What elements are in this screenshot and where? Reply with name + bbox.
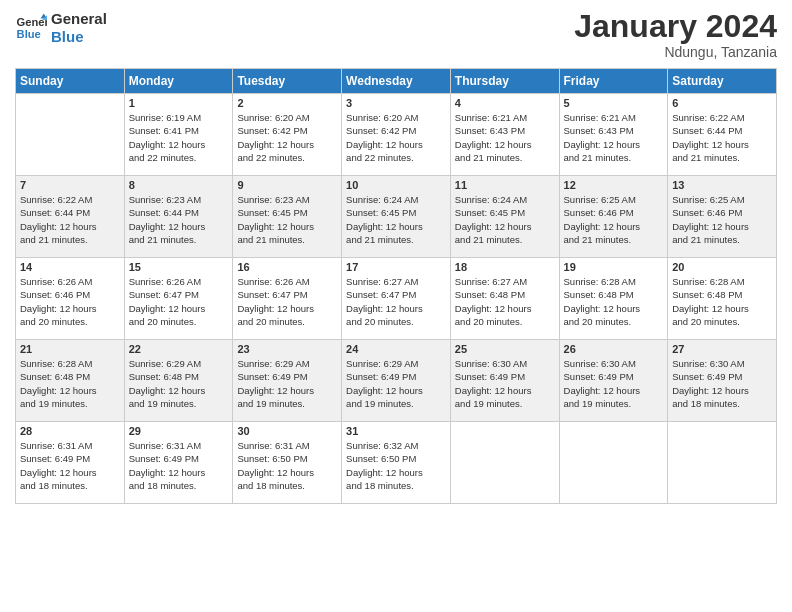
header-day-thursday: Thursday	[450, 69, 559, 94]
day-cell: 28Sunrise: 6:31 AMSunset: 6:49 PMDayligh…	[16, 422, 125, 504]
day-number: 19	[564, 261, 664, 273]
day-cell: 17Sunrise: 6:27 AMSunset: 6:47 PMDayligh…	[342, 258, 451, 340]
day-info: Sunrise: 6:26 AMSunset: 6:46 PMDaylight:…	[20, 275, 120, 328]
day-cell: 22Sunrise: 6:29 AMSunset: 6:48 PMDayligh…	[124, 340, 233, 422]
week-row-3: 21Sunrise: 6:28 AMSunset: 6:48 PMDayligh…	[16, 340, 777, 422]
day-cell	[559, 422, 668, 504]
day-cell: 6Sunrise: 6:22 AMSunset: 6:44 PMDaylight…	[668, 94, 777, 176]
day-info: Sunrise: 6:21 AMSunset: 6:43 PMDaylight:…	[455, 111, 555, 164]
day-cell: 27Sunrise: 6:30 AMSunset: 6:49 PMDayligh…	[668, 340, 777, 422]
day-info: Sunrise: 6:31 AMSunset: 6:49 PMDaylight:…	[129, 439, 229, 492]
day-cell: 12Sunrise: 6:25 AMSunset: 6:46 PMDayligh…	[559, 176, 668, 258]
header-day-sunday: Sunday	[16, 69, 125, 94]
day-number: 22	[129, 343, 229, 355]
day-cell: 19Sunrise: 6:28 AMSunset: 6:48 PMDayligh…	[559, 258, 668, 340]
day-info: Sunrise: 6:22 AMSunset: 6:44 PMDaylight:…	[672, 111, 772, 164]
day-info: Sunrise: 6:20 AMSunset: 6:42 PMDaylight:…	[237, 111, 337, 164]
svg-text:Blue: Blue	[17, 28, 41, 40]
day-info: Sunrise: 6:23 AMSunset: 6:44 PMDaylight:…	[129, 193, 229, 246]
day-info: Sunrise: 6:32 AMSunset: 6:50 PMDaylight:…	[346, 439, 446, 492]
calendar-table: SundayMondayTuesdayWednesdayThursdayFrid…	[15, 68, 777, 504]
day-info: Sunrise: 6:29 AMSunset: 6:49 PMDaylight:…	[237, 357, 337, 410]
week-row-1: 7Sunrise: 6:22 AMSunset: 6:44 PMDaylight…	[16, 176, 777, 258]
day-cell: 3Sunrise: 6:20 AMSunset: 6:42 PMDaylight…	[342, 94, 451, 176]
day-info: Sunrise: 6:19 AMSunset: 6:41 PMDaylight:…	[129, 111, 229, 164]
day-cell: 7Sunrise: 6:22 AMSunset: 6:44 PMDaylight…	[16, 176, 125, 258]
day-number: 25	[455, 343, 555, 355]
day-cell: 2Sunrise: 6:20 AMSunset: 6:42 PMDaylight…	[233, 94, 342, 176]
day-info: Sunrise: 6:28 AMSunset: 6:48 PMDaylight:…	[564, 275, 664, 328]
day-info: Sunrise: 6:30 AMSunset: 6:49 PMDaylight:…	[455, 357, 555, 410]
header-day-tuesday: Tuesday	[233, 69, 342, 94]
day-number: 31	[346, 425, 446, 437]
logo-text-general: General	[51, 10, 107, 28]
day-number: 3	[346, 97, 446, 109]
day-info: Sunrise: 6:30 AMSunset: 6:49 PMDaylight:…	[672, 357, 772, 410]
day-number: 15	[129, 261, 229, 273]
day-info: Sunrise: 6:21 AMSunset: 6:43 PMDaylight:…	[564, 111, 664, 164]
day-cell: 31Sunrise: 6:32 AMSunset: 6:50 PMDayligh…	[342, 422, 451, 504]
day-number: 12	[564, 179, 664, 191]
day-cell: 13Sunrise: 6:25 AMSunset: 6:46 PMDayligh…	[668, 176, 777, 258]
day-info: Sunrise: 6:23 AMSunset: 6:45 PMDaylight:…	[237, 193, 337, 246]
day-cell: 11Sunrise: 6:24 AMSunset: 6:45 PMDayligh…	[450, 176, 559, 258]
day-cell: 29Sunrise: 6:31 AMSunset: 6:49 PMDayligh…	[124, 422, 233, 504]
day-number: 9	[237, 179, 337, 191]
day-info: Sunrise: 6:24 AMSunset: 6:45 PMDaylight:…	[346, 193, 446, 246]
day-number: 10	[346, 179, 446, 191]
day-info: Sunrise: 6:26 AMSunset: 6:47 PMDaylight:…	[237, 275, 337, 328]
day-cell: 25Sunrise: 6:30 AMSunset: 6:49 PMDayligh…	[450, 340, 559, 422]
day-cell: 14Sunrise: 6:26 AMSunset: 6:46 PMDayligh…	[16, 258, 125, 340]
day-cell: 16Sunrise: 6:26 AMSunset: 6:47 PMDayligh…	[233, 258, 342, 340]
day-cell: 21Sunrise: 6:28 AMSunset: 6:48 PMDayligh…	[16, 340, 125, 422]
day-cell: 10Sunrise: 6:24 AMSunset: 6:45 PMDayligh…	[342, 176, 451, 258]
title-block: January 2024 Ndungu, Tanzania	[574, 10, 777, 60]
day-info: Sunrise: 6:25 AMSunset: 6:46 PMDaylight:…	[564, 193, 664, 246]
day-number: 26	[564, 343, 664, 355]
day-number: 16	[237, 261, 337, 273]
day-info: Sunrise: 6:28 AMSunset: 6:48 PMDaylight:…	[672, 275, 772, 328]
location: Ndungu, Tanzania	[574, 44, 777, 60]
day-info: Sunrise: 6:31 AMSunset: 6:50 PMDaylight:…	[237, 439, 337, 492]
month-title: January 2024	[574, 10, 777, 42]
logo: General Blue General Blue	[15, 10, 107, 46]
day-number: 7	[20, 179, 120, 191]
day-info: Sunrise: 6:25 AMSunset: 6:46 PMDaylight:…	[672, 193, 772, 246]
day-cell: 8Sunrise: 6:23 AMSunset: 6:44 PMDaylight…	[124, 176, 233, 258]
day-cell: 9Sunrise: 6:23 AMSunset: 6:45 PMDaylight…	[233, 176, 342, 258]
header-day-wednesday: Wednesday	[342, 69, 451, 94]
header-day-monday: Monday	[124, 69, 233, 94]
day-number: 30	[237, 425, 337, 437]
day-info: Sunrise: 6:29 AMSunset: 6:48 PMDaylight:…	[129, 357, 229, 410]
day-cell	[16, 94, 125, 176]
day-number: 6	[672, 97, 772, 109]
week-row-4: 28Sunrise: 6:31 AMSunset: 6:49 PMDayligh…	[16, 422, 777, 504]
day-number: 28	[20, 425, 120, 437]
day-cell: 15Sunrise: 6:26 AMSunset: 6:47 PMDayligh…	[124, 258, 233, 340]
header: General Blue General Blue January 2024 N…	[15, 10, 777, 60]
day-cell: 18Sunrise: 6:27 AMSunset: 6:48 PMDayligh…	[450, 258, 559, 340]
day-info: Sunrise: 6:26 AMSunset: 6:47 PMDaylight:…	[129, 275, 229, 328]
day-number: 20	[672, 261, 772, 273]
day-number: 27	[672, 343, 772, 355]
page-container: General Blue General Blue January 2024 N…	[0, 0, 792, 514]
day-number: 14	[20, 261, 120, 273]
logo-icon: General Blue	[15, 12, 47, 44]
day-number: 21	[20, 343, 120, 355]
day-cell: 4Sunrise: 6:21 AMSunset: 6:43 PMDaylight…	[450, 94, 559, 176]
week-row-0: 1Sunrise: 6:19 AMSunset: 6:41 PMDaylight…	[16, 94, 777, 176]
logo-text-blue: Blue	[51, 28, 107, 46]
day-cell: 1Sunrise: 6:19 AMSunset: 6:41 PMDaylight…	[124, 94, 233, 176]
day-info: Sunrise: 6:28 AMSunset: 6:48 PMDaylight:…	[20, 357, 120, 410]
day-cell: 26Sunrise: 6:30 AMSunset: 6:49 PMDayligh…	[559, 340, 668, 422]
day-number: 17	[346, 261, 446, 273]
day-cell	[668, 422, 777, 504]
day-number: 11	[455, 179, 555, 191]
day-number: 23	[237, 343, 337, 355]
day-number: 24	[346, 343, 446, 355]
day-number: 8	[129, 179, 229, 191]
day-cell: 20Sunrise: 6:28 AMSunset: 6:48 PMDayligh…	[668, 258, 777, 340]
day-info: Sunrise: 6:27 AMSunset: 6:47 PMDaylight:…	[346, 275, 446, 328]
day-info: Sunrise: 6:24 AMSunset: 6:45 PMDaylight:…	[455, 193, 555, 246]
day-cell: 5Sunrise: 6:21 AMSunset: 6:43 PMDaylight…	[559, 94, 668, 176]
